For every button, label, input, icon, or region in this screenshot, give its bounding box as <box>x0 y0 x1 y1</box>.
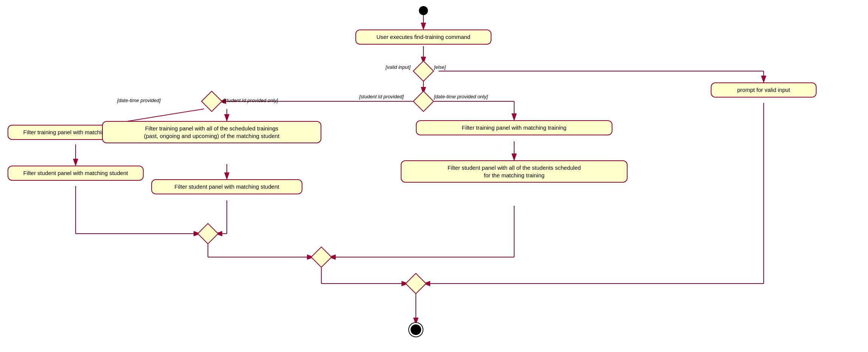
label-else: [else] <box>434 64 446 70</box>
filter-student-right-label: Filter student panel with all of the stu… <box>448 164 581 178</box>
node-filter-training-right: Filter training panel with matching trai… <box>416 120 612 135</box>
node-filter-student-middle: Filter student panel with matching stude… <box>151 179 302 194</box>
diamond-merge-right <box>405 273 427 295</box>
diagram-container: User executes find-training command Filt… <box>0 0 868 352</box>
prompt-valid-label: prompt for valid input <box>737 87 790 93</box>
diamond-merge-left <box>197 223 219 245</box>
label-date-time-provided-only: [date-time provided only] <box>434 94 488 99</box>
label-valid-input: [valid input] <box>386 64 411 70</box>
start-node <box>419 6 428 15</box>
end-node <box>411 324 421 335</box>
node-prompt-valid: prompt for valid input <box>711 82 817 98</box>
diamond-student-date <box>413 91 434 112</box>
diamond-date-time <box>201 91 223 112</box>
filter-training-middle-label: Filter training panel with all of the sc… <box>144 125 280 139</box>
label-date-time-provided: [date-time provided] <box>117 98 161 103</box>
node-filter-student-left: Filter student panel with matching stude… <box>8 166 144 181</box>
filter-student-middle-label: Filter student panel with matching stude… <box>175 183 279 190</box>
node-filter-student-right: Filter student panel with all of the stu… <box>401 160 628 183</box>
user-executes-label: User executes find-training command <box>377 34 470 40</box>
diamond-valid-input <box>413 60 434 82</box>
label-student-id-provided-only: [student Id provided only] <box>223 98 278 103</box>
node-filter-training-middle: Filter training panel with all of the sc… <box>102 121 321 143</box>
filter-student-left-label: Filter student panel with matching stude… <box>23 170 128 176</box>
diamond-merge-middle <box>311 247 332 268</box>
node-user-executes: User executes find-training command <box>355 29 491 45</box>
filter-training-right-label: Filter training panel with matching trai… <box>462 124 567 131</box>
label-student-id-provided: [student Id provided] <box>359 94 404 99</box>
